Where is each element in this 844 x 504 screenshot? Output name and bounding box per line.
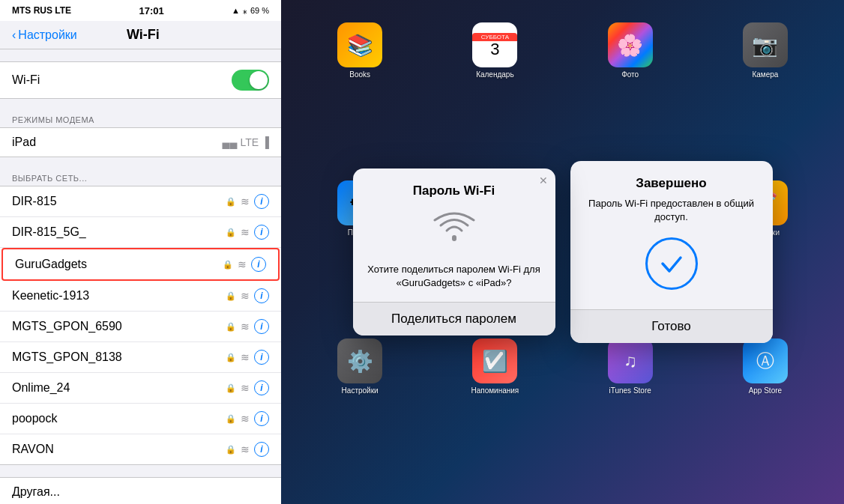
back-label: Настройки bbox=[18, 28, 76, 42]
info-button[interactable]: i bbox=[254, 194, 269, 209]
nav-bar: ‹ Настройки Wi-Fi bbox=[0, 21, 281, 49]
network-row-ravon[interactable]: RAVON 🔒 ≋ i bbox=[0, 434, 281, 464]
page-title: Wi-Fi bbox=[127, 27, 160, 43]
carrier-label: MTS RUS LTE bbox=[12, 5, 71, 16]
network-row-dir815-5g[interactable]: DIR-815_5G_ 🔒 ≋ i bbox=[0, 217, 281, 248]
wifi-signal-icon: ≋ bbox=[241, 443, 250, 455]
wifi-done-dialog: Завершено Пароль Wi-Fi предоставлен в об… bbox=[570, 161, 773, 343]
network-icons: 🔒 ≋ i bbox=[226, 288, 269, 303]
dialogs-overlay: ✕ Пароль Wi-Fi Хотите поделиться паролем… bbox=[281, 0, 844, 504]
status-icons: ▲ ⁎ 69 % bbox=[232, 6, 269, 16]
lock-icon: 🔒 bbox=[226, 322, 236, 332]
share-password-button[interactable]: Поделиться паролем bbox=[353, 303, 555, 336]
wifi-signal-icon: ≋ bbox=[241, 382, 250, 394]
wifi-toggle[interactable] bbox=[232, 70, 269, 91]
ipad-panel: 📚 Books Суббота 3 Календарь 🌸 Фото 📷 Кам… bbox=[281, 0, 844, 504]
checkmark-circle bbox=[645, 237, 698, 290]
wifi-signal-icon: ≋ bbox=[238, 258, 247, 270]
wifi-label: Wi-Fi bbox=[12, 73, 232, 87]
network-icons: 🔒 ≋ i bbox=[226, 380, 269, 395]
wifi-large-icon bbox=[432, 210, 477, 251]
bluetooth-icon: ⁎ bbox=[243, 6, 247, 16]
lock-icon: 🔒 bbox=[223, 260, 233, 270]
dialog-done-title: Завершено bbox=[636, 176, 706, 191]
gps-icon: ▲ bbox=[232, 6, 240, 15]
modem-header: РЕЖИМЫ МОДЕМА bbox=[0, 111, 281, 127]
info-button[interactable]: i bbox=[254, 225, 269, 240]
network-name: Keenetic-1913 bbox=[12, 289, 226, 303]
modem-section: РЕЖИМЫ МОДЕМА iPad ▄▄ LTE ▐ bbox=[0, 111, 281, 157]
network-row-poopock[interactable]: poopock 🔒 ≋ i bbox=[0, 404, 281, 434]
wifi-section: Wi-Fi bbox=[0, 61, 281, 99]
wifi-signal-icon: ≋ bbox=[241, 321, 250, 333]
networks-card: DIR-815 🔒 ≋ i DIR-815_5G_ 🔒 ≋ i bbox=[0, 186, 281, 465]
network-icons: 🔒 ≋ i bbox=[226, 319, 269, 334]
lock-icon: 🔒 bbox=[226, 414, 236, 424]
network-name: DIR-815 bbox=[12, 195, 226, 208]
dialog-password-content: ✕ Пароль Wi-Fi Хотите поделиться паролем… bbox=[353, 168, 555, 302]
settings-content: Wi-Fi РЕЖИМЫ МОДЕМА iPad ▄▄ LTE ▐ bbox=[0, 49, 281, 504]
network-icons: 🔒 ≋ i bbox=[226, 442, 269, 457]
network-icons: 🔒 ≋ i bbox=[226, 350, 269, 365]
wifi-signal-icon: ≋ bbox=[241, 226, 250, 238]
lock-icon: 🔒 bbox=[226, 383, 236, 393]
wifi-signal-icon: ≋ bbox=[241, 351, 250, 363]
info-button[interactable]: i bbox=[254, 442, 269, 457]
wifi-signal-icon: ≋ bbox=[241, 413, 250, 425]
info-button[interactable]: i bbox=[251, 257, 266, 272]
svg-point-0 bbox=[452, 237, 456, 241]
other-section: Другая... bbox=[0, 477, 281, 504]
time-label: 17:01 bbox=[139, 5, 163, 16]
wifi-row: Wi-Fi bbox=[0, 62, 281, 98]
dialog-done-body: Пароль Wi-Fi предоставлен в общий доступ… bbox=[582, 197, 761, 224]
dialog-password-title: Пароль Wi-Fi bbox=[413, 183, 495, 198]
network-row-keenetic[interactable]: Keenetic-1913 🔒 ≋ i bbox=[0, 281, 281, 312]
wifi-card: Wi-Fi bbox=[0, 61, 281, 99]
network-row-dir815[interactable]: DIR-815 🔒 ≋ i bbox=[0, 186, 281, 217]
lock-icon: 🔒 bbox=[226, 228, 236, 237]
battery-label: 69 % bbox=[250, 6, 269, 15]
other-row[interactable]: Другая... bbox=[0, 478, 281, 504]
dialog-done-content: Завершено Пароль Wi-Fi предоставлен в об… bbox=[570, 161, 773, 309]
network-icons: 🔒 ≋ i bbox=[226, 411, 269, 426]
info-button[interactable]: i bbox=[254, 380, 269, 395]
other-card: Другая... bbox=[0, 477, 281, 504]
info-button[interactable]: i bbox=[254, 319, 269, 334]
other-label: Другая... bbox=[12, 485, 269, 499]
iphone-panel: MTS RUS LTE 17:01 ▲ ⁎ 69 % ‹ Настройки W… bbox=[0, 0, 281, 504]
network-name: DIR-815_5G_ bbox=[12, 225, 226, 239]
info-button[interactable]: i bbox=[254, 350, 269, 365]
wifi-password-dialog: ✕ Пароль Wi-Fi Хотите поделиться паролем… bbox=[353, 168, 555, 336]
ipad-label: iPad bbox=[12, 136, 223, 149]
network-icons: 🔒 ≋ i bbox=[226, 225, 269, 240]
network-row-mgts8138[interactable]: MGTS_GPON_8138 🔒 ≋ i bbox=[0, 342, 281, 373]
ipad-row: iPad ▄▄ LTE ▐ bbox=[0, 128, 281, 157]
network-name: MGTS_GPON_6590 bbox=[12, 320, 226, 333]
wifi-signal-icon: ≋ bbox=[241, 290, 250, 302]
battery-full-icon: ▐ bbox=[262, 136, 269, 148]
lock-icon: 🔒 bbox=[226, 197, 236, 207]
status-bar: MTS RUS LTE 17:01 ▲ ⁎ 69 % bbox=[0, 0, 281, 21]
dialog-close-button[interactable]: ✕ bbox=[539, 174, 548, 186]
network-name: Onlime_24 bbox=[12, 381, 226, 395]
info-button[interactable]: i bbox=[254, 288, 269, 303]
network-icons: 🔒 ≋ i bbox=[223, 257, 266, 272]
info-button[interactable]: i bbox=[254, 411, 269, 426]
lock-icon: 🔒 bbox=[226, 445, 236, 455]
lock-icon: 🔒 bbox=[226, 353, 236, 362]
network-name: poopock bbox=[12, 412, 226, 425]
lte-label: LTE bbox=[240, 136, 259, 148]
network-row-mgts6590[interactable]: MGTS_GPON_6590 🔒 ≋ i bbox=[0, 312, 281, 342]
signal-icon: ▄▄ bbox=[223, 136, 238, 148]
networks-section: ВЫБРАТЬ СЕТЬ... DIR-815 🔒 ≋ i DIR-815_5G… bbox=[0, 169, 281, 465]
network-name: MGTS_GPON_8138 bbox=[12, 350, 226, 364]
chevron-left-icon: ‹ bbox=[12, 28, 16, 42]
network-row-onlime[interactable]: Onlime_24 🔒 ≋ i bbox=[0, 373, 281, 404]
ipad-signal: ▄▄ LTE ▐ bbox=[223, 136, 269, 148]
done-button[interactable]: Готово bbox=[570, 310, 773, 343]
network-row-gurugadgets[interactable]: GuruGadgets 🔒 ≋ i bbox=[1, 248, 280, 281]
networks-header: ВЫБРАТЬ СЕТЬ... bbox=[0, 169, 281, 186]
network-name: GuruGadgets bbox=[15, 258, 223, 271]
wifi-signal-icon: ≋ bbox=[241, 195, 250, 207]
back-button[interactable]: ‹ Настройки bbox=[12, 28, 77, 42]
